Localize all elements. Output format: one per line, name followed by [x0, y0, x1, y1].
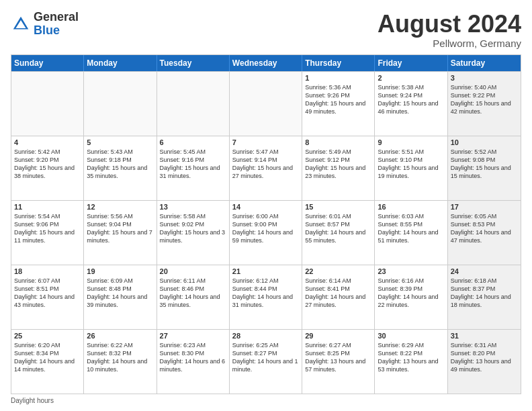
day-info: Sunrise: 5:51 AM Sunset: 9:10 PM Dayligh… — [378, 148, 444, 181]
calendar-cell — [11, 72, 84, 136]
day-info: Sunrise: 6:12 AM Sunset: 8:44 PM Dayligh… — [232, 277, 299, 310]
day-info: Sunrise: 5:40 AM Sunset: 9:22 PM Dayligh… — [451, 83, 518, 116]
day-number: 31 — [451, 332, 518, 340]
calendar-cell: 9Sunrise: 5:51 AM Sunset: 9:10 PM Daylig… — [375, 136, 447, 200]
day-number: 11 — [14, 203, 81, 211]
logo: General Blue — [11, 11, 79, 38]
header-cell-wednesday: Wednesday — [230, 55, 302, 71]
calendar: SundayMondayTuesdayWednesdayThursdayFrid… — [11, 54, 521, 394]
calendar-cell: 7Sunrise: 5:47 AM Sunset: 9:14 PM Daylig… — [230, 136, 302, 200]
day-number: 2 — [378, 74, 444, 82]
calendar-row: 25Sunrise: 6:20 AM Sunset: 8:34 PM Dayli… — [11, 329, 521, 394]
day-info: Sunrise: 6:18 AM Sunset: 8:37 PM Dayligh… — [451, 277, 518, 310]
day-info: Sunrise: 6:29 AM Sunset: 8:22 PM Dayligh… — [378, 341, 444, 374]
day-info: Sunrise: 5:54 AM Sunset: 9:06 PM Dayligh… — [14, 212, 81, 245]
calendar-cell: 26Sunrise: 6:22 AM Sunset: 8:32 PM Dayli… — [84, 330, 157, 394]
day-number: 6 — [160, 138, 226, 146]
day-info: Sunrise: 5:45 AM Sunset: 9:16 PM Dayligh… — [160, 148, 226, 181]
day-number: 3 — [451, 74, 518, 82]
calendar-cell: 2Sunrise: 5:38 AM Sunset: 9:24 PM Daylig… — [375, 72, 447, 136]
day-info: Sunrise: 5:36 AM Sunset: 9:26 PM Dayligh… — [305, 83, 371, 116]
day-number: 24 — [451, 267, 518, 275]
day-info: Sunrise: 5:52 AM Sunset: 9:08 PM Dayligh… — [451, 148, 518, 181]
calendar-row: 18Sunrise: 6:07 AM Sunset: 8:51 PM Dayli… — [11, 265, 521, 329]
footer-note: Daylight hours — [11, 397, 521, 404]
day-number: 23 — [378, 267, 444, 275]
day-info: Sunrise: 6:09 AM Sunset: 8:48 PM Dayligh… — [87, 277, 153, 310]
calendar-cell: 23Sunrise: 6:16 AM Sunset: 8:39 PM Dayli… — [375, 265, 447, 329]
day-info: Sunrise: 6:11 AM Sunset: 8:46 PM Dayligh… — [160, 277, 226, 310]
calendar-body: 1Sunrise: 5:36 AM Sunset: 9:26 PM Daylig… — [11, 71, 521, 394]
calendar-cell: 8Sunrise: 5:49 AM Sunset: 9:12 PM Daylig… — [302, 136, 375, 200]
calendar-cell: 27Sunrise: 6:23 AM Sunset: 8:30 PM Dayli… — [157, 330, 230, 394]
day-info: Sunrise: 6:01 AM Sunset: 8:57 PM Dayligh… — [305, 212, 371, 245]
calendar-cell: 14Sunrise: 6:00 AM Sunset: 9:00 PM Dayli… — [230, 201, 302, 265]
header-cell-sunday: Sunday — [11, 55, 84, 71]
calendar-cell: 1Sunrise: 5:36 AM Sunset: 9:26 PM Daylig… — [302, 72, 375, 136]
header-cell-monday: Monday — [84, 55, 157, 71]
day-number: 21 — [232, 267, 299, 275]
calendar-cell: 18Sunrise: 6:07 AM Sunset: 8:51 PM Dayli… — [11, 265, 84, 329]
logo-blue: Blue — [34, 24, 79, 38]
day-number: 25 — [14, 332, 81, 340]
calendar-cell: 10Sunrise: 5:52 AM Sunset: 9:08 PM Dayli… — [448, 136, 521, 200]
main-title: August 2024 — [378, 11, 521, 38]
day-number: 28 — [232, 332, 299, 340]
calendar-cell: 3Sunrise: 5:40 AM Sunset: 9:22 PM Daylig… — [448, 72, 521, 136]
day-info: Sunrise: 6:27 AM Sunset: 8:25 PM Dayligh… — [305, 341, 371, 374]
day-number: 4 — [14, 138, 81, 146]
day-number: 29 — [305, 332, 371, 340]
logo-icon — [11, 14, 31, 34]
day-number: 16 — [378, 203, 444, 211]
day-number: 13 — [160, 203, 226, 211]
day-info: Sunrise: 6:03 AM Sunset: 8:55 PM Dayligh… — [378, 212, 444, 245]
day-info: Sunrise: 5:49 AM Sunset: 9:12 PM Dayligh… — [305, 148, 371, 181]
subtitle: Pellworm, Germany — [378, 38, 521, 49]
day-info: Sunrise: 5:58 AM Sunset: 9:02 PM Dayligh… — [160, 212, 226, 245]
calendar-row: 4Sunrise: 5:42 AM Sunset: 9:20 PM Daylig… — [11, 136, 521, 200]
day-number: 20 — [160, 267, 226, 275]
calendar-cell: 20Sunrise: 6:11 AM Sunset: 8:46 PM Dayli… — [157, 265, 230, 329]
day-number: 1 — [305, 74, 371, 82]
day-info: Sunrise: 6:16 AM Sunset: 8:39 PM Dayligh… — [378, 277, 444, 310]
day-info: Sunrise: 6:05 AM Sunset: 8:53 PM Dayligh… — [451, 212, 518, 245]
calendar-cell: 30Sunrise: 6:29 AM Sunset: 8:22 PM Dayli… — [375, 330, 447, 394]
day-info: Sunrise: 5:47 AM Sunset: 9:14 PM Dayligh… — [232, 148, 299, 181]
header-cell-friday: Friday — [375, 55, 447, 71]
day-info: Sunrise: 5:38 AM Sunset: 9:24 PM Dayligh… — [378, 83, 444, 116]
header-cell-thursday: Thursday — [302, 55, 375, 71]
day-info: Sunrise: 5:42 AM Sunset: 9:20 PM Dayligh… — [14, 148, 81, 181]
day-number: 8 — [305, 138, 371, 146]
calendar-cell — [84, 72, 157, 136]
day-info: Sunrise: 6:22 AM Sunset: 8:32 PM Dayligh… — [87, 341, 153, 374]
day-info: Sunrise: 6:25 AM Sunset: 8:27 PM Dayligh… — [232, 341, 299, 374]
calendar-cell: 21Sunrise: 6:12 AM Sunset: 8:44 PM Dayli… — [230, 265, 302, 329]
calendar-cell — [230, 72, 302, 136]
day-number: 22 — [305, 267, 371, 275]
day-number: 10 — [451, 138, 518, 146]
calendar-cell: 5Sunrise: 5:43 AM Sunset: 9:18 PM Daylig… — [84, 136, 157, 200]
day-info: Sunrise: 6:31 AM Sunset: 8:20 PM Dayligh… — [451, 341, 518, 374]
calendar-cell: 28Sunrise: 6:25 AM Sunset: 8:27 PM Dayli… — [230, 330, 302, 394]
calendar-cell: 24Sunrise: 6:18 AM Sunset: 8:37 PM Dayli… — [448, 265, 521, 329]
calendar-cell: 15Sunrise: 6:01 AM Sunset: 8:57 PM Dayli… — [302, 201, 375, 265]
day-number: 17 — [451, 203, 518, 211]
header-cell-saturday: Saturday — [448, 55, 521, 71]
day-info: Sunrise: 6:00 AM Sunset: 9:00 PM Dayligh… — [232, 212, 299, 245]
day-info: Sunrise: 6:23 AM Sunset: 8:30 PM Dayligh… — [160, 341, 226, 374]
calendar-cell: 29Sunrise: 6:27 AM Sunset: 8:25 PM Dayli… — [302, 330, 375, 394]
day-info: Sunrise: 5:43 AM Sunset: 9:18 PM Dayligh… — [87, 148, 153, 181]
calendar-cell: 13Sunrise: 5:58 AM Sunset: 9:02 PM Dayli… — [157, 201, 230, 265]
header: General Blue August 2024 Pellworm, Germa… — [11, 11, 521, 49]
calendar-cell: 12Sunrise: 5:56 AM Sunset: 9:04 PM Dayli… — [84, 201, 157, 265]
calendar-cell: 25Sunrise: 6:20 AM Sunset: 8:34 PM Dayli… — [11, 330, 84, 394]
calendar-row: 1Sunrise: 5:36 AM Sunset: 9:26 PM Daylig… — [11, 71, 521, 136]
header-cell-tuesday: Tuesday — [157, 55, 230, 71]
calendar-cell: 31Sunrise: 6:31 AM Sunset: 8:20 PM Dayli… — [448, 330, 521, 394]
day-number: 5 — [87, 138, 153, 146]
calendar-cell: 11Sunrise: 5:54 AM Sunset: 9:06 PM Dayli… — [11, 201, 84, 265]
day-number: 18 — [14, 267, 81, 275]
day-info: Sunrise: 5:56 AM Sunset: 9:04 PM Dayligh… — [87, 212, 153, 245]
day-info: Sunrise: 6:14 AM Sunset: 8:41 PM Dayligh… — [305, 277, 371, 310]
calendar-cell: 16Sunrise: 6:03 AM Sunset: 8:55 PM Dayli… — [375, 201, 447, 265]
